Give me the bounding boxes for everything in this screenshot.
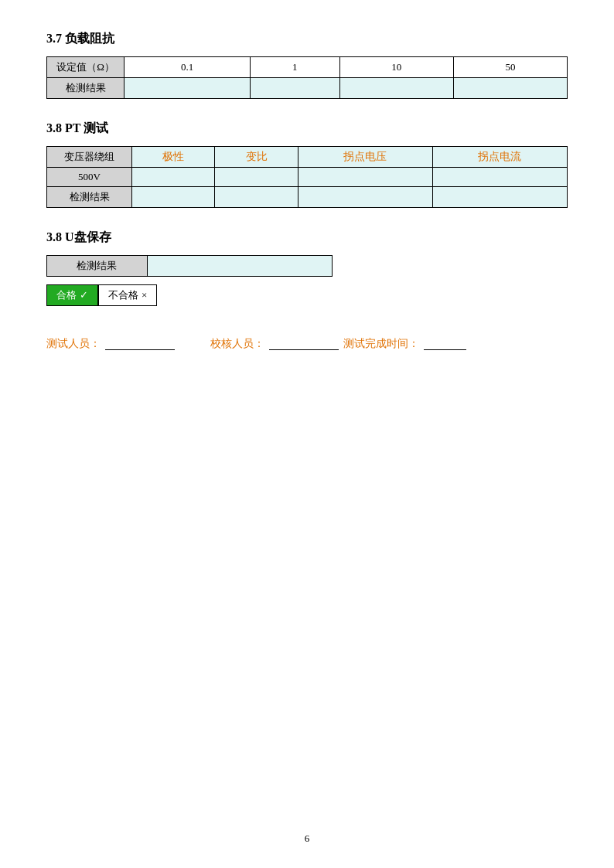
value-1: 1 bbox=[251, 57, 339, 78]
section-37: 3.7 负载阻抗 设定值（Ω） 0.1 1 10 50 检测结果 bbox=[46, 31, 568, 99]
ratio-value bbox=[215, 168, 298, 187]
value-50: 50 bbox=[453, 57, 567, 78]
tester-label: 测试人员： bbox=[46, 337, 101, 351]
section-38-pt-title: 3.8 PT 测试 bbox=[46, 121, 568, 137]
knee-current-value bbox=[432, 168, 567, 187]
result-38pt-3 bbox=[298, 187, 432, 208]
usb-result-value bbox=[147, 256, 332, 277]
polarity-value bbox=[132, 168, 215, 187]
knee-voltage-header: 拐点电压 bbox=[298, 147, 432, 168]
value-10: 10 bbox=[339, 57, 453, 78]
reviewer-value bbox=[269, 338, 339, 350]
polarity-header: 极性 bbox=[132, 147, 215, 168]
result-37-4 bbox=[453, 78, 567, 99]
result-37-1 bbox=[125, 78, 251, 99]
section-37-title: 3.7 负载阻抗 bbox=[46, 31, 568, 47]
knee-voltage-value bbox=[298, 168, 432, 187]
result-label-38pt: 检测结果 bbox=[47, 187, 132, 208]
usb-result-label: 检测结果 bbox=[47, 256, 148, 277]
result-37-3 bbox=[339, 78, 453, 99]
fail-label: 不合格 bbox=[108, 288, 138, 302]
voltage-500v: 500V bbox=[47, 168, 132, 187]
ratio-header: 变比 bbox=[215, 147, 298, 168]
section-38-pt: 3.8 PT 测试 变压器绕组 极性 变比 拐点电压 拐点电流 500V 检测结… bbox=[46, 121, 568, 208]
usb-table: 检测结果 bbox=[46, 255, 333, 277]
result-38pt-4 bbox=[432, 187, 567, 208]
result-38pt-2 bbox=[215, 187, 298, 208]
result-label-37: 检测结果 bbox=[47, 78, 125, 99]
pass-fail-row: 合格 ✓ 不合格 × bbox=[46, 284, 568, 306]
section-37-table: 设定值（Ω） 0.1 1 10 50 检测结果 bbox=[46, 56, 568, 99]
page-number: 6 bbox=[305, 832, 310, 845]
pass-check-icon: ✓ bbox=[80, 289, 88, 301]
time-value bbox=[424, 338, 466, 350]
pass-label: 合格 bbox=[56, 288, 77, 302]
tester-value bbox=[105, 338, 175, 350]
knee-current-header: 拐点电流 bbox=[432, 147, 567, 168]
value-01: 0.1 bbox=[125, 57, 251, 78]
pass-box[interactable]: 合格 ✓ bbox=[46, 284, 98, 306]
section-38-pt-table: 变压器绕组 极性 变比 拐点电压 拐点电流 500V 检测结果 bbox=[46, 146, 568, 208]
result-38pt-1 bbox=[132, 187, 215, 208]
fail-box[interactable]: 不合格 × bbox=[98, 284, 157, 306]
result-37-2 bbox=[251, 78, 339, 99]
setvalue-label: 设定值（Ω） bbox=[47, 57, 125, 78]
section-38-usb-title: 3.8 U盘保存 bbox=[46, 230, 568, 246]
footer-row: 测试人员： 校核人员： 测试完成时间： bbox=[46, 337, 568, 351]
winding-label: 变压器绕组 bbox=[47, 147, 132, 168]
reviewer-label: 校核人员： bbox=[210, 337, 264, 351]
section-38-usb: 3.8 U盘保存 检测结果 合格 ✓ 不合格 × bbox=[46, 230, 568, 306]
time-label: 测试完成时间： bbox=[343, 337, 419, 351]
fail-x-icon: × bbox=[142, 289, 147, 301]
